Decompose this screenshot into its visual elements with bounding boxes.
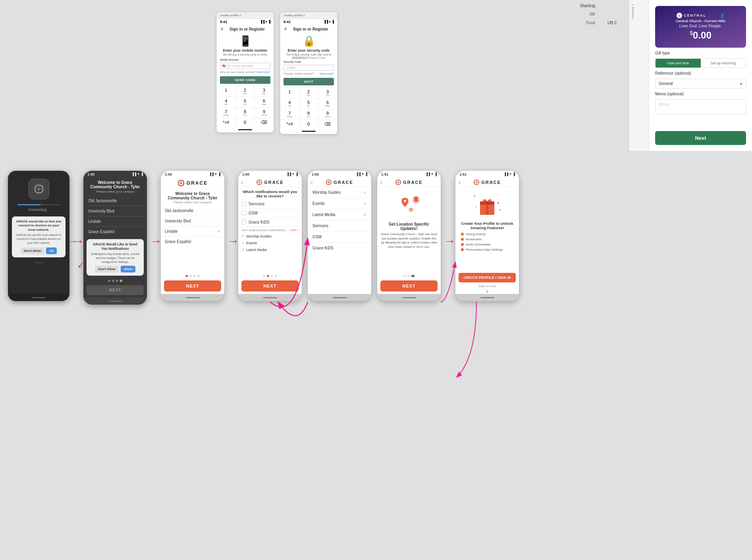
status-bar-dark: 1:50 ▐▐ ✦ ▐ <box>83 171 147 177</box>
giving-panel: C CENTRAL 👤 Central Church - Forrest Hil… <box>649 0 752 151</box>
enabled-events: ✓Events <box>241 239 299 246</box>
screen2-title: Sign in or Register <box>293 27 328 31</box>
lock-icon: 🔒 <box>280 32 337 48</box>
memo-input[interactable]: Memo <box>655 99 746 114</box>
next-btn-4[interactable]: NEXT <box>241 280 299 292</box>
fund-label: Fund <box>586 21 595 25</box>
send-code-button[interactable]: SEND CODE <box>220 76 270 84</box>
create-profile-screen-2: create-profile-2 9:41 ▐▐ ● ▐ ✕ Sign in o… <box>280 12 337 134</box>
back-chevron-5[interactable]: ‹ <box>311 179 313 185</box>
grace-logo-5: ‹ GRACE <box>308 177 371 187</box>
create-profile-btn[interactable]: CREATE PROFILE / SIGN IN <box>459 273 516 282</box>
nav-dots-3 <box>161 273 224 279</box>
campus-old-jax[interactable]: Old Jacksonville <box>87 196 144 206</box>
svg-point-1 <box>404 200 406 202</box>
svg-text:✦: ✦ <box>499 209 501 211</box>
campus-item-lindale[interactable]: Lindale✓ <box>163 226 222 237</box>
status-bar-3: 1:50 ▐▐ ✦ ▐ <box>161 171 224 177</box>
resend-link[interactable]: Resend Code <box>309 56 326 59</box>
notif-screen: 1:50 ▐▐ ✦ ▐ ‹ GRACE Which notifications … <box>238 171 302 294</box>
wifi-dialog-desc: GRACE can use the local network to conne… <box>15 233 62 245</box>
phone4-home <box>238 294 302 301</box>
next-giving-btn[interactable]: Next <box>655 131 746 145</box>
campus-subtitle-3: Please select your campus <box>161 201 224 206</box>
edit-link[interactable]: Edit > <box>290 228 299 232</box>
starting-label: Starting <box>580 3 595 8</box>
security-label: Security Code <box>280 60 337 64</box>
phone-connecting: Connecting... GRACE would like to find a… <box>8 171 69 301</box>
notif-gsm[interactable]: GSM <box>241 209 299 218</box>
notif-dialog-title: GRACE Would Like to Send You Notificatio… <box>90 242 141 251</box>
next-button[interactable]: NEXT <box>283 78 334 85</box>
back-chevron-4[interactable]: ‹ <box>241 179 243 185</box>
item-latest-media[interactable]: Latest Media✓ <box>308 209 371 220</box>
item-sermons[interactable]: Sermons <box>308 220 371 232</box>
mobile-input[interactable]: 🇺🇸 US ∨ 1231 456-7890 <box>220 63 270 69</box>
notif-gracekids[interactable]: Grace KiDS <box>241 218 299 227</box>
item-events[interactable]: Events✓ <box>308 198 371 209</box>
pink-arrow-connecting: → <box>68 236 77 247</box>
phone-location: 1:51 ▐▐ ✦ ▐ ‹ GRACE <box>377 171 441 301</box>
date-label: 08/ <box>590 12 595 16</box>
code-input[interactable]: 123456 <box>283 65 334 71</box>
dollar-sign: $ <box>690 30 693 36</box>
phone-notif-list: 1:50 ▐▐ ✦ ▐ ‹ GRACE Worship Guides✓ Even… <box>308 171 371 301</box>
screen2-home <box>280 128 337 134</box>
connecting-screen: Connecting... GRACE would like to find a… <box>8 171 69 294</box>
welcome-screen: 1:50 ▐▐ ✦ ▐ Welcome to Grace Community C… <box>83 171 147 297</box>
campus-title-3: Welcome to Grace Community Church - Tyle… <box>161 189 224 201</box>
campus-item-old-jax[interactable]: Old Jacksonville <box>163 206 222 216</box>
profile-title: Create Your Profile to Unlock Amazing Fe… <box>455 220 519 232</box>
enabled-worship: ✓Worship Guides <box>241 233 299 239</box>
back-chevron-6[interactable]: ‹ <box>380 179 382 185</box>
campus-item-univ[interactable]: University Blvd <box>163 216 222 226</box>
phone-welcome: 1:50 ▐▐ ✦ ▐ Welcome to Grace Community C… <box>83 171 147 305</box>
location-desc: Grace Community Church - Tyler can send … <box>377 232 441 273</box>
allow-btn[interactable]: Allow <box>121 266 135 272</box>
give-one-time-btn[interactable]: Give one time <box>656 59 701 68</box>
campus-espanol[interactable]: Grace Español <box>87 227 144 237</box>
giving-logo-row: C CENTRAL 👤 <box>677 13 725 18</box>
status-bar-5: 1:50 ▐▐ ✦ ▐ <box>308 171 371 177</box>
gift-type-buttons: Give one time Set up recurring <box>655 58 746 68</box>
item-grace-kids[interactable]: Grace KiDS <box>308 243 371 253</box>
phone-notifications: 1:50 ▐▐ ✦ ▐ ‹ GRACE Which notifications … <box>238 171 302 301</box>
svg-text:✦: ✦ <box>473 194 476 198</box>
ok-wifi-btn[interactable]: Ok <box>46 247 57 254</box>
notif-sermons[interactable]: Sermons <box>241 199 299 209</box>
campus-lindale[interactable]: Lindale <box>87 216 144 227</box>
person-icon: 👤 <box>720 14 725 18</box>
set-recurring-btn[interactable]: Set up recurring <box>701 59 746 68</box>
dont-allow-btn[interactable]: Don't Allow <box>95 266 118 272</box>
next-btn-6[interactable]: NEXT <box>380 280 438 292</box>
wifi-buttons: Don't Allow Ok <box>15 247 62 254</box>
reference-select[interactable]: General ∨ <box>655 79 746 89</box>
arrow-3: → <box>227 234 239 248</box>
back-chevron-7[interactable]: ‹ <box>459 179 461 185</box>
verify-text: We will you a security code to verify. <box>217 53 274 58</box>
campus-univ-blvd[interactable]: University Blvd <box>87 206 144 216</box>
campus-item-espanol[interactable]: Grace Español <box>163 237 222 247</box>
svg-point-5 <box>410 209 412 210</box>
nav-dots-2 <box>83 278 147 284</box>
enabled-label: Your enabled push notifications Edit > <box>241 227 299 233</box>
church-name: Central Church - Forrest Hills <box>676 19 726 23</box>
profile-screen: 1:51 ▐▐ ✦ ▐ ‹ GRACE ✦ ✦ ✦ <box>455 171 519 294</box>
status-bar-4: 1:50 ▐▐ ✦ ▐ <box>238 171 302 177</box>
skip-link[interactable]: Skip for now <box>455 283 519 289</box>
next-btn-2[interactable]: NEXT <box>87 285 144 295</box>
phone7-home <box>455 294 519 301</box>
phone-campus: 1:50 ▐▐ ✦ ▐ GRACE Welcome to Grace Commu… <box>161 171 224 301</box>
gift-type-label: Gift type <box>655 51 746 55</box>
notif-items: Sermons GSM Grace KiDS Your enabled push… <box>238 199 302 273</box>
nav-dots-7 <box>455 289 519 294</box>
grace-logo-7: ‹ GRACE <box>455 177 519 187</box>
item-worship-guides[interactable]: Worship Guides✓ <box>308 187 371 198</box>
notif-list-screen: 1:50 ▐▐ ✦ ▐ ‹ GRACE Worship Guides✓ Even… <box>308 171 371 294</box>
next-btn-3[interactable]: NEXT <box>164 280 221 292</box>
item-gsm[interactable]: GSM <box>308 232 371 243</box>
tagline: Love God. Love People. <box>679 24 722 28</box>
feature-bookmarks: Bookmarks <box>461 237 513 242</box>
dont-allow-wifi-btn[interactable]: Don't Allow <box>21 247 44 254</box>
location-illustration <box>377 187 441 221</box>
